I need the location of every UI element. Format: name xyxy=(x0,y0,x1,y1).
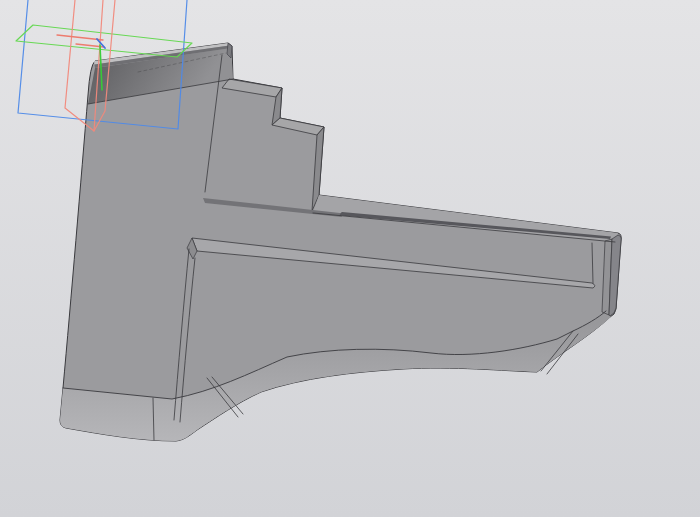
cad-viewport[interactable] xyxy=(0,0,700,517)
viewport-canvas[interactable] xyxy=(0,0,700,517)
